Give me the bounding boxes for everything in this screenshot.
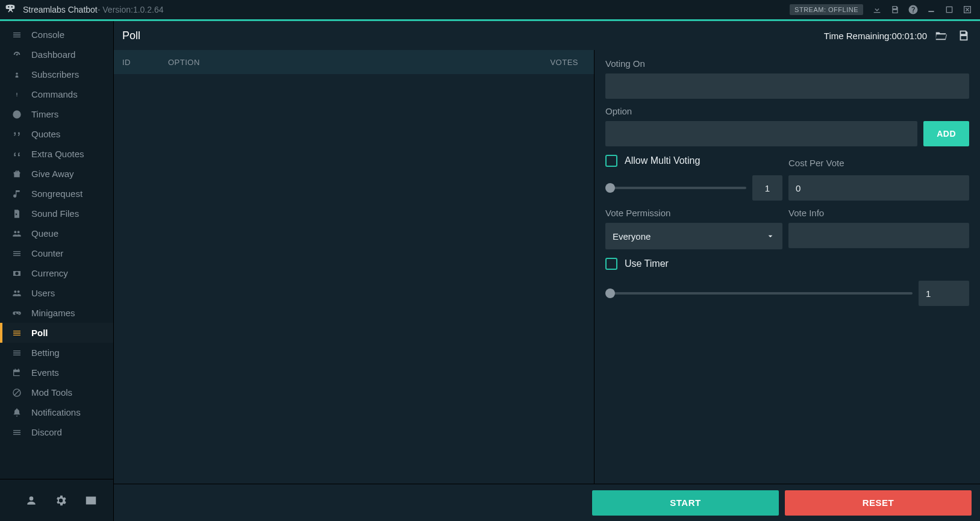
allow-multi-label: Allow Multi Voting	[625, 155, 700, 166]
sidebar-item-label: Minigames	[31, 308, 75, 318]
sidebar-item-label: Discord	[31, 427, 62, 437]
poll-settings-panel: Voting On Option ADD Allow Multi Voting	[595, 50, 980, 484]
help-icon[interactable]	[905, 2, 921, 17]
chevron-down-icon	[766, 231, 775, 241]
svg-rect-2	[928, 11, 934, 12]
close-icon[interactable]	[960, 2, 975, 17]
vote-info-label: Vote Info	[788, 208, 969, 218]
sidebar-item-label: Console	[31, 30, 64, 40]
sidebar-item-discord[interactable]: Discord	[0, 422, 113, 442]
start-button[interactable]: START	[592, 490, 779, 516]
sidebar-item-console[interactable]: Console	[0, 25, 113, 45]
sidebar-item-commands[interactable]: Commands	[0, 84, 113, 104]
sidebar-item-events[interactable]: Events	[0, 363, 113, 382]
user-icon[interactable]	[25, 494, 37, 507]
sidebar-item-label: Timers	[31, 109, 58, 119]
sidebar-item-label: Quotes	[31, 129, 60, 139]
vote-permission-value: Everyone	[613, 231, 651, 242]
multi-vote-value[interactable]	[752, 175, 782, 201]
sidebar-item-extra-quotes[interactable]: Extra Quotes	[0, 144, 113, 164]
sidebar-item-label: Betting	[31, 348, 60, 358]
sidebar-item-queue[interactable]: Queue	[0, 223, 113, 243]
use-timer-label: Use Timer	[625, 258, 669, 269]
sidebar-item-sound-files[interactable]: Sound Files	[0, 204, 113, 223]
sidebar-item-betting[interactable]: Betting	[0, 343, 113, 363]
clock-icon	[11, 110, 23, 119]
users-icon	[11, 229, 23, 239]
use-timer-checkbox[interactable]	[605, 258, 617, 270]
sidebar-item-subscribers[interactable]: Subscribers	[0, 64, 113, 84]
minimize-icon[interactable]	[923, 2, 939, 17]
gauge-icon	[11, 50, 23, 60]
stream-status-badge: STREAM: OFFLINE	[790, 4, 863, 15]
sidebar-item-label: Songrequest	[31, 189, 83, 199]
sidebar-item-mod-tools[interactable]: Mod Tools	[0, 382, 113, 402]
cost-per-vote-input[interactable]	[788, 175, 969, 201]
sidebar-item-counter[interactable]: Counter	[0, 243, 113, 263]
maximize-icon[interactable]	[941, 2, 957, 17]
vote-info-input[interactable]	[788, 223, 969, 248]
download-icon[interactable]	[869, 2, 885, 17]
time-remaining-label: Time Remaining:	[824, 31, 892, 41]
sidebar-item-songrequest[interactable]: Songrequest	[0, 184, 113, 204]
sidebar-item-label: Poll	[31, 328, 48, 338]
sidebar-item-label: Extra Quotes	[31, 149, 84, 159]
svg-rect-3	[946, 7, 952, 12]
gift-icon	[11, 169, 23, 179]
sidebar-item-label: Mod Tools	[31, 387, 72, 398]
voting-on-input[interactable]	[605, 73, 969, 99]
sidebar-item-minigames[interactable]: Minigames	[0, 303, 113, 323]
titlebar: Streamlabs Chatbot - Version: 1.0.2.64 S…	[0, 0, 980, 19]
table-header-id: ID	[114, 58, 168, 67]
option-input[interactable]	[605, 121, 917, 146]
sidebar-item-currency[interactable]: Currency	[0, 263, 113, 283]
quote-r-icon	[11, 129, 23, 139]
voting-on-label: Voting On	[605, 58, 969, 69]
sidebar-nav: ConsoleDashboardSubscribersCommandsTimer…	[0, 21, 113, 479]
sidebar-item-notifications[interactable]: Notifications	[0, 402, 113, 422]
sidebar-item-label: Queue	[31, 228, 58, 239]
gamepad-icon	[11, 308, 23, 318]
table-header-option: OPTION	[168, 58, 540, 67]
sidebar-item-timers[interactable]: Timers	[0, 104, 113, 124]
multi-vote-slider[interactable]	[605, 182, 746, 194]
sidebar-item-users[interactable]: Users	[0, 283, 113, 303]
sidebar-item-quotes[interactable]: Quotes	[0, 124, 113, 144]
reset-button[interactable]: RESET	[785, 490, 972, 516]
timer-value[interactable]	[919, 281, 969, 306]
app-logo-icon	[4, 3, 17, 16]
bars-icon	[11, 30, 23, 40]
add-button[interactable]: ADD	[923, 121, 969, 146]
app-version-prefix: - Version:	[98, 5, 133, 14]
sidebar-item-label: Currency	[31, 268, 68, 278]
table-header-row: ID OPTION VOTES	[114, 50, 594, 74]
poll-table: ID OPTION VOTES	[114, 50, 595, 484]
app-version: 1.0.2.64	[133, 5, 164, 14]
save-disk-icon[interactable]	[887, 2, 903, 17]
sidebar-item-give-away[interactable]: Give Away	[0, 164, 113, 184]
gear-icon[interactable]	[54, 494, 67, 507]
vote-permission-select[interactable]: Everyone	[605, 223, 782, 249]
content: Poll Time Remaining: 00:01:00 ID OPTION …	[114, 21, 980, 521]
cash-icon	[11, 269, 23, 278]
action-bar: START RESET	[114, 484, 980, 521]
sidebar-item-label: Dashboard	[31, 49, 75, 60]
allow-multi-checkbox[interactable]	[605, 155, 617, 167]
envelope-icon[interactable]	[84, 494, 98, 507]
calendar-icon	[11, 368, 23, 378]
sidebar-item-label: Sound Files	[31, 208, 79, 219]
sidebar-item-poll[interactable]: Poll	[0, 323, 113, 343]
bars-icon	[11, 249, 23, 258]
sidebar: ConsoleDashboardSubscribersCommandsTimer…	[0, 21, 114, 521]
timer-slider[interactable]	[605, 287, 913, 299]
folder-open-icon[interactable]	[932, 27, 950, 45]
person-icon	[11, 70, 23, 80]
sidebar-item-label: Users	[31, 288, 55, 298]
quote-l-icon	[11, 149, 23, 159]
exclaim-icon	[11, 90, 23, 99]
cost-per-vote-label: Cost Per Vote	[788, 158, 969, 168]
bell-icon	[11, 408, 23, 417]
app-name: Streamlabs Chatbot	[23, 5, 98, 14]
save-icon[interactable]	[955, 27, 973, 45]
sidebar-item-dashboard[interactable]: Dashboard	[0, 45, 113, 64]
